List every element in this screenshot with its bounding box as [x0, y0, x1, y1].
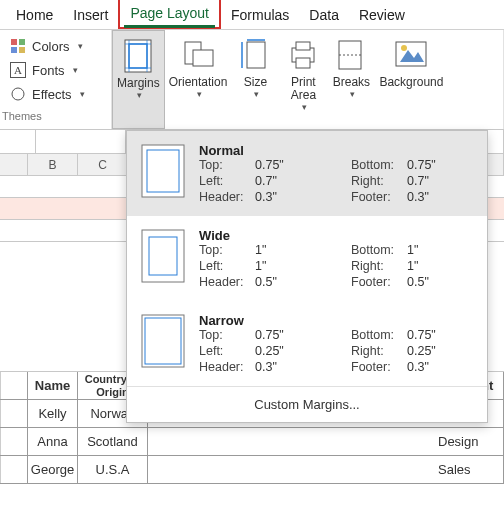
margin-option-narrow[interactable]: NarrowTop:0.75"Bottom:0.75"Left:0.25"Rig… — [127, 301, 487, 386]
colors-button[interactable]: Colors ▾ — [6, 34, 105, 58]
background-icon — [394, 34, 428, 76]
fonts-button[interactable]: A Fonts ▾ — [6, 58, 105, 82]
chevron-down-icon: ▾ — [197, 89, 202, 99]
cell-name[interactable]: Anna — [28, 428, 78, 455]
breaks-icon — [336, 34, 366, 76]
col-b[interactable]: B — [28, 154, 78, 175]
margin-option-title: Narrow — [199, 313, 477, 328]
svg-rect-14 — [193, 50, 213, 66]
svg-rect-2 — [11, 47, 17, 53]
print-area-button[interactable]: Print Area ▾ — [279, 30, 327, 129]
margins-button[interactable]: Margins ▾ — [112, 30, 165, 129]
margin-preset-icon — [139, 143, 187, 199]
margins-dropdown: NormalTop:0.75"Bottom:0.75"Left:0.7"Righ… — [126, 130, 488, 423]
breaks-button[interactable]: Breaks ▾ — [327, 30, 375, 129]
ribbon-tabs: Home Insert Page Layout Formulas Data Re… — [0, 0, 504, 30]
tab-insert[interactable]: Insert — [63, 1, 118, 29]
margin-preset-icon — [139, 313, 187, 369]
margin-option-title: Normal — [199, 143, 477, 158]
colors-label: Colors — [32, 39, 70, 54]
cell-country[interactable]: Scotland — [78, 428, 148, 455]
colors-icon — [10, 38, 26, 54]
col-name[interactable]: Name — [28, 372, 78, 399]
svg-rect-15 — [247, 42, 265, 68]
col-c[interactable]: C — [78, 154, 128, 175]
chevron-down-icon: ▾ — [254, 89, 259, 99]
custom-margins-button[interactable]: Custom Margins... — [127, 386, 487, 422]
tab-data[interactable]: Data — [299, 1, 349, 29]
tab-page-layout[interactable]: Page Layout — [118, 0, 221, 29]
svg-rect-28 — [142, 230, 184, 282]
table-row[interactable]: AnnaScotlandDesign — [0, 428, 504, 456]
effects-label: Effects — [32, 87, 72, 102]
fonts-icon: A — [10, 62, 26, 78]
chevron-down-icon: ▾ — [137, 90, 142, 100]
tab-formulas[interactable]: Formulas — [221, 1, 299, 29]
background-button[interactable]: Background — [375, 30, 447, 129]
svg-point-6 — [12, 88, 24, 100]
cell-dept[interactable]: Sales — [434, 456, 504, 483]
svg-rect-30 — [142, 315, 184, 367]
background-label: Background — [379, 76, 443, 89]
svg-rect-20 — [296, 58, 310, 68]
print-area-label: Print Area — [291, 76, 316, 102]
margins-label: Margins — [117, 77, 160, 90]
size-icon — [240, 34, 270, 76]
tab-review[interactable]: Review — [349, 1, 415, 29]
fonts-label: Fonts — [32, 63, 65, 78]
ribbon-group-themes: Colors ▾ A Fonts ▾ Effects ▾ Themes — [0, 30, 112, 129]
cell-name[interactable]: George — [28, 456, 78, 483]
ribbon-group-pagesetup: Margins ▾ Orientation ▾ Size ▾ Print Are… — [112, 30, 504, 129]
print-area-icon — [287, 34, 319, 76]
chevron-down-icon: ▾ — [78, 41, 83, 51]
margins-icon — [124, 35, 152, 77]
orientation-icon — [181, 34, 215, 76]
orientation-label: Orientation — [169, 76, 228, 89]
svg-rect-1 — [19, 39, 25, 45]
svg-text:A: A — [14, 64, 22, 76]
size-button[interactable]: Size ▾ — [231, 30, 279, 129]
table-row[interactable]: GeorgeU.S.ASales — [0, 456, 504, 484]
svg-rect-19 — [296, 42, 310, 50]
svg-rect-3 — [19, 47, 25, 53]
ribbon: Colors ▾ A Fonts ▾ Effects ▾ Themes Marg… — [0, 30, 504, 130]
svg-rect-21 — [339, 41, 361, 69]
cell-dept[interactable]: Design — [434, 428, 504, 455]
size-label: Size — [244, 76, 267, 89]
margin-option-wide[interactable]: WideTop:1"Bottom:1"Left:1"Right:1"Header… — [127, 216, 487, 301]
themes-group-label: Themes — [0, 110, 42, 122]
chevron-down-icon: ▾ — [350, 89, 355, 99]
chevron-down-icon: ▾ — [80, 89, 85, 99]
effects-icon — [10, 86, 26, 102]
svg-rect-0 — [11, 39, 17, 45]
svg-point-25 — [401, 45, 407, 51]
margin-preset-icon — [139, 228, 187, 284]
margin-option-title: Wide — [199, 228, 477, 243]
cell-country[interactable]: U.S.A — [78, 456, 148, 483]
margin-option-normal[interactable]: NormalTop:0.75"Bottom:0.75"Left:0.7"Righ… — [127, 131, 487, 216]
effects-button[interactable]: Effects ▾ — [6, 82, 105, 106]
cell-name[interactable]: Kelly — [28, 400, 78, 427]
svg-rect-26 — [142, 145, 184, 197]
tab-home[interactable]: Home — [6, 1, 63, 29]
chevron-down-icon: ▾ — [302, 102, 307, 112]
chevron-down-icon: ▾ — [73, 65, 78, 75]
orientation-button[interactable]: Orientation ▾ — [165, 30, 232, 129]
breaks-label: Breaks — [333, 76, 370, 89]
